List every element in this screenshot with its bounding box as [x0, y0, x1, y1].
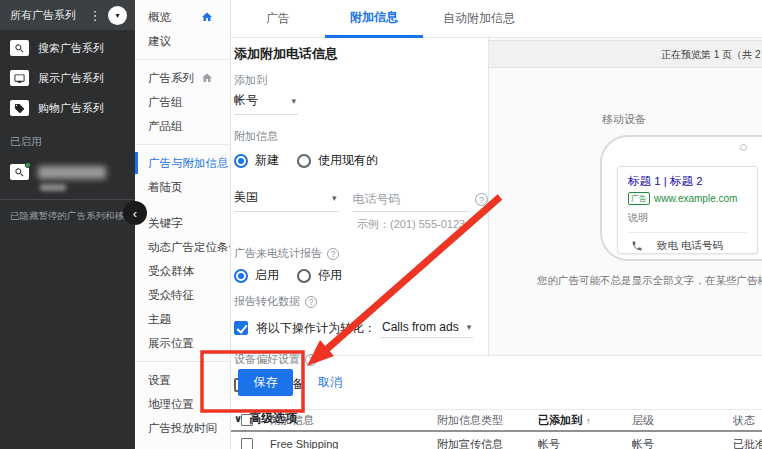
save-button[interactable]: 保存 [238, 369, 293, 396]
tab-automated-extensions[interactable]: 自动附加信息 [423, 0, 535, 38]
campaign-sidebar-header: 所有广告系列 ⋮ ▾ [0, 0, 135, 30]
extension-label: 附加信息 [234, 129, 488, 144]
col-extension-type[interactable]: 附加信息类型 [437, 413, 538, 428]
help-icon[interactable]: ? [475, 193, 488, 206]
sidebar-item-display-campaigns[interactable]: 展示广告系列 [0, 63, 135, 93]
nav-item-overview[interactable]: 概览 [135, 5, 230, 29]
phone-number-input[interactable] [353, 188, 469, 211]
extensions-table: 附加信息 附加信息类型 已添加到↑ 层级 状态 Free Shipping 附加… [231, 410, 762, 449]
nav-item-ad-groups[interactable]: 广告组 [135, 90, 230, 114]
extension-form: 添加附加电话信息 添加到 帐号 ▾ 附加信息 新建 使用现有的 美国 ▾ [231, 38, 489, 355]
add-to-select[interactable]: 帐号 ▾ [234, 88, 298, 115]
chevron-left-icon: ‹ [133, 206, 137, 221]
nav-item-campaigns[interactable]: 广告系列 [135, 66, 230, 90]
nav-item-audiences[interactable]: 受众群体 [135, 259, 230, 283]
sidebar-item-label: 搜索广告系列 [38, 41, 104, 56]
section-nav-sidebar: 概览 建议 广告系列 广告组 产品组 广告与附加信息 着陆页 关键字 动态广告定… [135, 0, 231, 449]
display-campaign-icon [10, 70, 29, 86]
nav-item-demographics[interactable]: 受众特征 [135, 283, 230, 307]
divider [135, 361, 230, 362]
ad-call-row[interactable]: 致电 电话号码 [628, 232, 747, 259]
sidebar-item-active-campaign[interactable] [0, 155, 135, 189]
help-icon[interactable]: ? [305, 296, 317, 308]
enabled-status-dot [25, 162, 31, 168]
ad-headline: 标题 1 | 标题 2 [628, 174, 747, 189]
conversion-checkbox[interactable] [234, 321, 248, 335]
form-title: 添加附加电话信息 [234, 45, 488, 63]
tab-extensions[interactable]: 附加信息 [325, 0, 423, 38]
add-to-label: 添加到 [234, 73, 488, 88]
nav-item-dynamic-targets[interactable]: 动态广告定位条件 [135, 235, 230, 259]
radio-new[interactable] [234, 154, 248, 168]
preview-device-label: 移动设备 [602, 112, 646, 127]
select-all-checkbox[interactable] [241, 414, 253, 426]
radio-new-label[interactable]: 新建 [255, 152, 279, 169]
radio-disable[interactable] [297, 269, 311, 283]
nav-item-topics[interactable]: 主题 [135, 307, 230, 331]
nav-item-product-groups[interactable]: 产品组 [135, 114, 230, 138]
nav-item-ad-schedule[interactable]: 广告投放时间 [135, 416, 230, 440]
nav-item-ads-extensions[interactable]: 广告与附加信息 [135, 151, 230, 175]
tab-ads[interactable]: 广告 [231, 0, 325, 38]
divider [135, 59, 230, 60]
kebab-menu-icon[interactable]: ⋮ [88, 8, 102, 23]
ad-description: 说明 [628, 211, 747, 225]
search-campaign-icon [10, 164, 29, 180]
search-campaign-icon [10, 40, 29, 56]
caret-down-icon: ▾ [291, 96, 296, 106]
collapse-panel-button[interactable]: ▾ [108, 6, 127, 25]
nav-item-settings[interactable]: 设置 [135, 368, 230, 392]
phone-example: 示例：(201) 555-0123 [357, 217, 488, 232]
sidebar-item-search-campaigns[interactable]: 搜索广告系列 [0, 33, 135, 63]
form-actions: 保存 取消 [231, 356, 762, 410]
phone-camera-dot [740, 144, 747, 151]
table-header-row: 附加信息 附加信息类型 已添加到↑ 层级 状态 [231, 410, 762, 432]
nav-item-keywords[interactable]: 关键字 [135, 211, 230, 235]
col-extension[interactable]: 附加信息 [270, 413, 437, 428]
ad-call-text: 致电 电话号码 [657, 239, 723, 253]
radio-use-existing[interactable] [297, 154, 311, 168]
nav-item-recommendations[interactable]: 建议 [135, 29, 230, 53]
hidden-campaigns-note: 已隐藏暂停的广告系列和移除的广告系 [0, 200, 135, 223]
cell-extension-type: 附加宣传信息 [437, 437, 538, 449]
table-row[interactable]: Free Shipping 附加宣传信息 帐号 帐号 已批准 [231, 432, 762, 449]
caret-down-icon: ▾ [332, 193, 337, 203]
col-status[interactable]: 状态 [733, 413, 762, 428]
ad-badge: 广告 [628, 192, 650, 205]
radio-disable-label[interactable]: 停用 [318, 267, 342, 284]
conversion-label: 报告转化数据 [234, 294, 300, 309]
divider [135, 144, 230, 145]
cell-level: 帐号 [632, 437, 733, 449]
col-level[interactable]: 层级 [632, 413, 733, 428]
cancel-button[interactable]: 取消 [318, 374, 342, 391]
google-ads-app: 所有广告系列 ⋮ ▾ 搜索广告系列 展示广告系列 [0, 0, 762, 449]
call-reporting-label: 广告来电统计报告 [234, 246, 322, 261]
row-checkbox[interactable] [241, 438, 253, 449]
content-tabbar: 广告 附加信息 自动附加信息 [231, 0, 762, 38]
nav-item-locations[interactable]: 地理位置 [135, 392, 230, 416]
conversion-action-select[interactable]: Calls from ads ▾ [380, 318, 473, 338]
main-content: 广告 附加信息 自动附加信息 添加附加电话信息 添加到 帐号 ▾ 附加信息 新建… [231, 0, 762, 449]
nav-item-placements[interactable]: 展示位置 [135, 331, 230, 355]
help-icon[interactable]: ? [327, 248, 339, 260]
home-icon [201, 72, 213, 84]
cell-added-to: 帐号 [538, 437, 632, 449]
radio-enable[interactable] [234, 269, 248, 283]
home-icon [201, 11, 213, 23]
radio-use-existing-label[interactable]: 使用现有的 [318, 152, 378, 169]
ad-preview-card: 标题 1 | 标题 2 广告 www.example.com 说明 致电 电话号… [617, 166, 758, 254]
caret-down-icon: ▾ [467, 322, 472, 332]
campaign-sidebar: 所有广告系列 ⋮ ▾ 搜索广告系列 展示广告系列 [0, 0, 135, 449]
sidebar-item-shopping-campaigns[interactable]: 购物广告系列 [0, 93, 135, 123]
shopping-campaign-icon [10, 100, 29, 116]
cell-extension: Free Shipping [270, 438, 437, 449]
ad-preview-panel: 正在预览第 1 页（共 2 页） 移动设备 标题 1 | 标题 2 广告 www… [489, 38, 762, 355]
ad-display-url: www.example.com [654, 193, 737, 204]
radio-enable-label[interactable]: 启用 [255, 267, 279, 284]
sidebar-item-label: 展示广告系列 [38, 71, 104, 86]
nav-item-landing-pages[interactable]: 着陆页 [135, 175, 230, 199]
collapse-sidebar-button[interactable]: ‹ [123, 201, 147, 225]
col-added-to[interactable]: 已添加到↑ [538, 413, 632, 428]
country-select[interactable]: 美国 ▾ [234, 185, 339, 212]
redacted-campaign-name [38, 166, 106, 179]
